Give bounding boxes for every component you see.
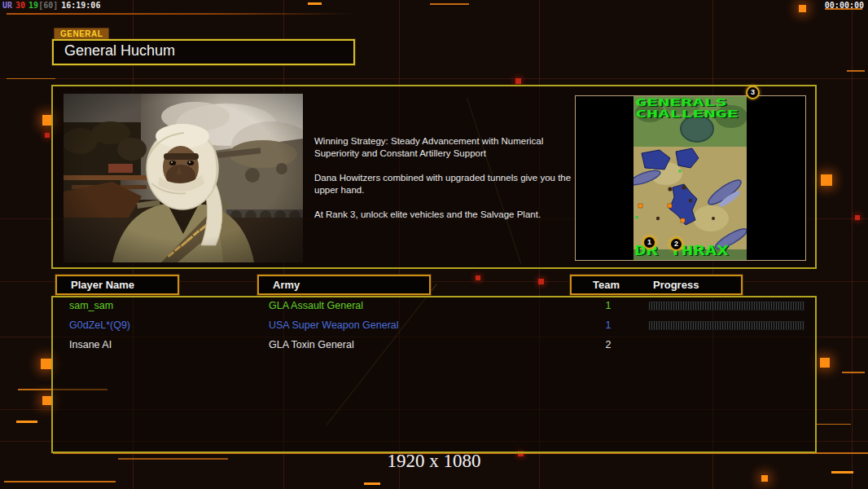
strategy-line-2: Dana Howitzers combined with upgraded tu… [314, 172, 575, 196]
team-header-label: Team [593, 276, 620, 293]
player-team: 1 [598, 298, 618, 313]
decor-square [761, 475, 768, 482]
decor-square [799, 5, 806, 12]
decor-line [430, 3, 469, 5]
progress-header-label: Progress [653, 276, 699, 293]
decor-square [45, 133, 50, 138]
player-team: 1 [598, 318, 618, 333]
player-team: 2 [598, 337, 618, 352]
debug-value-3: [60] [38, 1, 58, 10]
decor-line [4, 481, 116, 482]
decor-square [821, 174, 832, 186]
debug-ur-label: UR [2, 1, 12, 10]
decor-line [308, 2, 322, 5]
generals-challenge-lobby-screen: UR3019[60]16:19:06 00:00:00 GENERAL Gene… [0, 0, 868, 489]
load-progress-bar [649, 302, 804, 311]
load-progress-bar [649, 321, 804, 330]
player-name: G0dZeL*(Q9) [69, 318, 130, 333]
grid-line [852, 0, 853, 489]
army-header-label: Army [273, 276, 300, 293]
strategy-line-1: Winning Strategy: Steady Advancement wit… [314, 135, 575, 160]
player-name: Insane AI [69, 337, 112, 352]
grid-line [0, 78, 868, 79]
debug-value-1: 30 [15, 1, 25, 10]
portrait-art [64, 94, 303, 262]
player-army: USA Super Weapon General [269, 318, 399, 333]
map-start-marker-3: 3 [746, 86, 760, 99]
general-name-box: General Huchum [52, 39, 355, 65]
player-name-header-label: Player Name [71, 276, 134, 293]
decor-line [7, 78, 55, 79]
decor-square [820, 358, 830, 368]
debug-clock: 16:19:06 [61, 1, 100, 10]
general-portrait [64, 94, 303, 262]
decor-square [42, 396, 51, 405]
map-overlay-title: GENERALS CHALLENGE [635, 97, 739, 120]
column-header-army: Army [257, 275, 431, 295]
player-army: GLA Toxin General [269, 337, 354, 352]
column-header-player-name: Player Name [55, 275, 179, 295]
debug-value-2: 19 [28, 1, 38, 10]
match-timer: 00:00:00 [825, 1, 864, 10]
general-name: General Huchum [64, 42, 175, 59]
decor-line [7, 13, 352, 15]
decor-line [847, 70, 865, 72]
decor-square [515, 78, 521, 84]
strategy-text: Winning Strategy: Steady Advancement wit… [314, 135, 575, 233]
column-header-team-progress: Team Progress [570, 275, 743, 295]
map-overlay-title-line1: GENERALS [635, 97, 739, 108]
player-army: GLA Assault General [269, 298, 363, 313]
player-name: sam_sam [69, 298, 113, 313]
player-row: Insane AI GLA Toxin General 2 [0, 337, 868, 354]
decor-line [364, 482, 380, 485]
map-start-marker-1: 1 [642, 236, 656, 249]
strategy-line-3: At Rank 3, unlock elite vehicles and the… [314, 209, 575, 221]
decor-square [538, 279, 544, 284]
resolution-label: 1920 x 1080 [0, 451, 868, 472]
decor-square [41, 359, 51, 369]
decor-square [855, 215, 860, 220]
map-overlay-title-line2: CHALLENGE [635, 108, 739, 120]
debug-stats-readout: UR3019[60]16:19:06 [2, 1, 103, 10]
decor-line [16, 421, 37, 423]
decor-line [817, 424, 851, 425]
general-tab-label: GENERAL [54, 28, 109, 40]
decor-line [842, 372, 865, 373]
map-start-marker-2: 2 [669, 237, 683, 251]
map-preview-panel: GENERALS CHALLENGE DR THRAX [575, 95, 806, 261]
decor-square [476, 275, 480, 280]
